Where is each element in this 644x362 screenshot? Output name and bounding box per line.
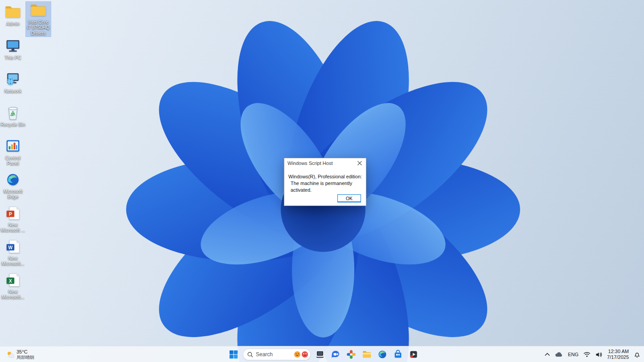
ok-button[interactable]: OK xyxy=(337,194,361,202)
desktop-icon-label: Control Panel xyxy=(0,155,25,166)
tray-overflow-button[interactable] xyxy=(545,353,550,356)
clock-date: 7/17/2025 xyxy=(607,354,629,360)
wifi-icon xyxy=(583,352,591,357)
desktop-icon-label: Intel Core i7 8750HQ Drivers xyxy=(26,19,51,36)
powerpoint-file-icon: P xyxy=(4,206,21,221)
microsoft-store-icon xyxy=(393,350,403,359)
weather-condition: 局部晴朗 xyxy=(16,355,34,360)
photos-icon xyxy=(346,350,356,359)
media-app-icon xyxy=(409,350,418,359)
this-pc-icon xyxy=(4,38,21,53)
desktop-icon-label: New Microsoft... xyxy=(0,255,25,267)
close-icon xyxy=(357,161,362,165)
file-explorer-icon xyxy=(362,350,372,359)
taskbar-app-edge[interactable] xyxy=(376,348,389,361)
folder-icon xyxy=(4,4,21,20)
dialog-title: Windows Script Host xyxy=(287,160,353,166)
svg-text:W: W xyxy=(8,245,13,250)
laptop-app-icon xyxy=(315,350,325,359)
recycle-bin-icon xyxy=(4,105,21,120)
notification-center-button[interactable] xyxy=(634,351,640,358)
svg-text:X: X xyxy=(9,279,12,284)
search-placeholder: Search xyxy=(256,351,291,358)
desktop-icon-label: New Microsoft... xyxy=(0,289,25,300)
excel-file-icon: X xyxy=(4,272,21,288)
desktop-icon-label: Microsoft Edge xyxy=(0,189,25,200)
volume-tray-button[interactable] xyxy=(595,352,602,358)
network-icon xyxy=(4,72,21,87)
windows-script-host-dialog: Windows Script Host Windows(R), Professi… xyxy=(284,158,366,206)
dialog-message-line1: Windows(R), Professional edition: xyxy=(288,173,362,180)
dialog-message-line2: The machine is permanently activated. xyxy=(291,180,362,193)
desktop-icon-new-excel[interactable]: X New Microsoft... xyxy=(0,272,25,301)
wifi-tray-button[interactable] xyxy=(583,352,591,357)
language-indicator[interactable]: ENG xyxy=(568,352,578,357)
windows-logo-icon xyxy=(229,350,238,359)
chevron-up-icon xyxy=(545,353,550,356)
desktop-icon-label: Recycle Bin xyxy=(0,122,25,127)
start-button[interactable] xyxy=(227,348,240,361)
desktop-icon-this-pc[interactable]: This PC xyxy=(0,37,25,61)
taskbar: 35°C 局部晴朗 Search xyxy=(0,346,644,362)
taskbar-center: Search xyxy=(227,346,420,362)
word-file-icon: W xyxy=(4,239,21,254)
clock[interactable]: 12:30 AM 7/17/2025 xyxy=(607,349,629,360)
search-box[interactable]: Search xyxy=(243,349,311,360)
edge-icon xyxy=(377,350,387,359)
taskbar-app-store[interactable] xyxy=(392,348,404,361)
taskbar-app-chat[interactable] xyxy=(329,348,342,361)
cloud-icon xyxy=(555,352,563,357)
taskbar-app-laptop[interactable] xyxy=(314,348,326,361)
taskbar-app-photos[interactable] xyxy=(345,348,357,361)
bell-icon xyxy=(634,351,640,358)
desktop-icon-label: Admin xyxy=(6,21,20,26)
desktop-icon-label: Network xyxy=(4,88,22,94)
desktop-icon-intel-drivers[interactable]: Intel Core i7 8750HQ Drivers xyxy=(26,2,51,37)
clock-time: 12:30 AM xyxy=(608,349,629,354)
edge-icon xyxy=(4,172,21,187)
taskbar-app-media[interactable] xyxy=(407,348,420,361)
weather-temperature: 35°C xyxy=(16,349,34,355)
dialog-message: Windows(R), Professional edition: The ma… xyxy=(284,168,366,193)
folder-icon xyxy=(30,3,47,18)
desktop-icon-network[interactable]: Network xyxy=(0,71,25,95)
desktop-icon-label: New Microsoft ... xyxy=(0,222,25,233)
search-icon xyxy=(247,352,253,358)
dialog-titlebar[interactable]: Windows Script Host xyxy=(284,158,366,168)
chat-icon xyxy=(331,350,340,359)
desktop-icon-recycle-bin[interactable]: Recycle Bin xyxy=(0,104,25,128)
control-panel-icon xyxy=(4,139,21,154)
close-button[interactable] xyxy=(353,158,366,168)
desktop-icon-control-panel[interactable]: Control Panel xyxy=(0,138,25,167)
search-doodle xyxy=(294,351,308,358)
desktop-icon-microsoft-edge[interactable]: Microsoft Edge xyxy=(0,171,25,201)
weather-icon xyxy=(6,350,14,358)
speaker-icon xyxy=(595,352,602,358)
system-tray: ENG 12:30 AM 7/17/2025 xyxy=(545,346,640,362)
onedrive-tray-button[interactable] xyxy=(555,352,563,357)
emoji-love-icon xyxy=(301,351,308,358)
weather-widget[interactable]: 35°C 局部晴朗 xyxy=(4,347,37,362)
desktop-icon-new-powerpoint[interactable]: P New Microsoft ... xyxy=(0,205,25,234)
desktop-icon-new-word[interactable]: W New Microsoft... xyxy=(0,238,25,267)
dialog-footer: OK xyxy=(284,192,366,206)
desktop-icon-admin[interactable]: Admin xyxy=(0,4,25,27)
emoji-smile-icon xyxy=(294,351,301,358)
svg-text:P: P xyxy=(9,212,12,217)
taskbar-app-file-explorer[interactable] xyxy=(361,348,373,361)
desktop-icon-label: This PC xyxy=(4,55,21,60)
